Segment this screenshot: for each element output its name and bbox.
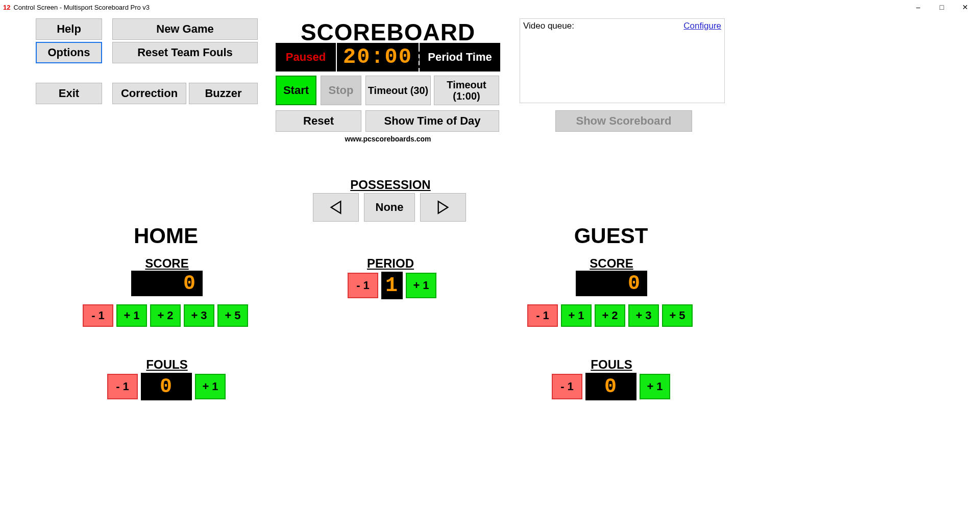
possession-none-button[interactable]: None xyxy=(364,193,415,222)
period-plus-1[interactable]: + 1 xyxy=(406,273,436,298)
guest-score-plus-1[interactable]: + 1 xyxy=(561,304,592,327)
window-maximize-button[interactable]: □ xyxy=(930,0,953,14)
possession-right-button[interactable] xyxy=(420,193,466,222)
triangle-right-icon xyxy=(436,200,450,214)
timeout-100-button[interactable]: Timeout (1:00) xyxy=(434,76,499,105)
svg-marker-0 xyxy=(331,201,341,213)
configure-link[interactable]: Configure xyxy=(683,21,721,31)
guest-score-plus-3[interactable]: + 3 xyxy=(628,304,659,327)
show-time-of-day-button[interactable]: Show Time of Day xyxy=(365,110,499,132)
guest-fouls-plus-1[interactable]: + 1 xyxy=(640,374,670,399)
possession-label: POSSESSION xyxy=(314,178,467,192)
guest-fouls-label: FOULS xyxy=(571,357,652,372)
possession-left-button[interactable] xyxy=(313,193,359,222)
window-minimize-button[interactable]: – xyxy=(906,0,930,14)
start-button[interactable]: Start xyxy=(276,76,316,105)
help-button[interactable]: Help xyxy=(36,18,102,40)
guest-team-name: GUEST xyxy=(552,224,670,248)
guest-fouls-display[interactable]: 0 xyxy=(585,373,636,400)
guest-score-plus-2[interactable]: + 2 xyxy=(595,304,625,327)
triangle-left-icon xyxy=(329,200,343,214)
guest-score-minus-1[interactable]: - 1 xyxy=(527,304,558,327)
timer-status: Paused xyxy=(276,43,336,71)
show-scoreboard-button[interactable]: Show Scoreboard xyxy=(555,110,692,132)
options-button[interactable]: Options xyxy=(36,42,102,63)
correction-button[interactable]: Correction xyxy=(112,83,186,104)
period-minus-1[interactable]: - 1 xyxy=(348,273,378,298)
guest-score-label: SCORE xyxy=(571,256,652,271)
home-fouls-minus-1[interactable]: - 1 xyxy=(107,374,138,399)
home-score-plus-1[interactable]: + 1 xyxy=(116,304,147,327)
home-score-display[interactable]: 0 xyxy=(131,271,203,296)
exit-button[interactable]: Exit xyxy=(36,83,102,104)
reset-button[interactable]: Reset xyxy=(276,110,361,132)
video-queue-label: Video queue: xyxy=(523,21,574,31)
home-fouls-label: FOULS xyxy=(126,357,208,372)
home-score-plus-3[interactable]: + 3 xyxy=(184,304,214,327)
app-icon: 12 xyxy=(3,4,10,11)
guest-score-display[interactable]: 0 xyxy=(576,271,647,296)
guest-score-plus-5[interactable]: + 5 xyxy=(662,304,693,327)
window-titlebar: 12 Control Screen - Multisport Scoreboar… xyxy=(0,0,980,14)
new-game-button[interactable]: New Game xyxy=(112,18,258,40)
period-label: PERIOD xyxy=(347,256,434,271)
period-time-label[interactable]: Period Time xyxy=(420,43,500,71)
home-score-plus-5[interactable]: + 5 xyxy=(217,304,248,327)
website-url: www.pcscoreboards.com xyxy=(276,135,500,143)
buzzer-button[interactable]: Buzzer xyxy=(189,83,258,104)
timeout-30-button[interactable]: Timeout (30) xyxy=(365,76,431,105)
home-score-plus-2[interactable]: + 2 xyxy=(150,304,181,327)
home-fouls-display[interactable]: 0 xyxy=(141,373,192,400)
home-team-name: HOME xyxy=(107,224,225,248)
home-fouls-plus-1[interactable]: + 1 xyxy=(195,374,226,399)
window-close-button[interactable]: ✕ xyxy=(953,0,977,14)
reset-team-fouls-button[interactable]: Reset Team Fouls xyxy=(112,42,258,63)
period-display[interactable]: 1 xyxy=(381,272,403,299)
svg-marker-1 xyxy=(438,201,448,213)
home-score-minus-1[interactable]: - 1 xyxy=(83,304,113,327)
guest-fouls-minus-1[interactable]: - 1 xyxy=(552,374,582,399)
stop-button[interactable]: Stop xyxy=(321,76,361,105)
window-title: Control Screen - Multisport Scoreboard P… xyxy=(13,4,150,11)
video-queue-panel: Video queue: Configure xyxy=(520,18,725,103)
timer-time[interactable]: 20:00 xyxy=(337,43,419,71)
home-score-label: SCORE xyxy=(126,256,208,271)
